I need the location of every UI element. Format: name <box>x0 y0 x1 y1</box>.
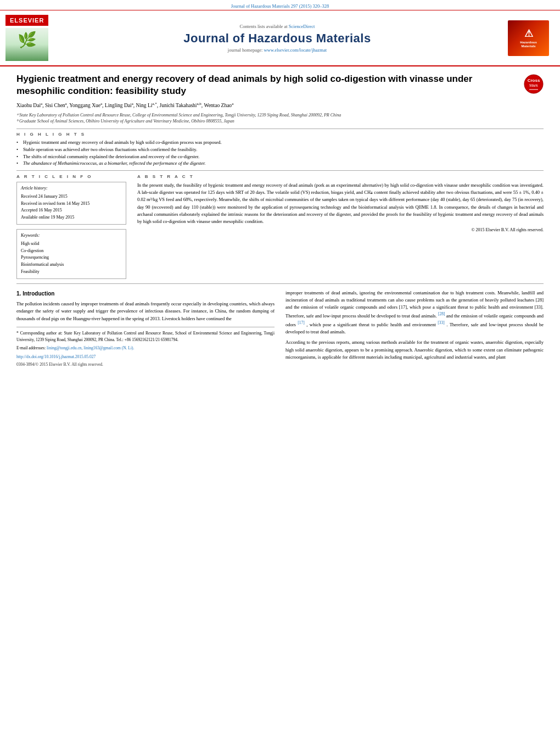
intro-title: Introduction <box>23 291 54 297</box>
intro-para1: The pollution incidents caused by improp… <box>16 300 275 322</box>
header-center: Contents lists available at ScienceDirec… <box>60 24 494 53</box>
highlights-label: H I G H L I G H T S <box>16 129 544 137</box>
journal-homepage-line: journal homepage: www.elsevier.com/locat… <box>60 47 494 53</box>
ref-28: [28] <box>438 311 445 316</box>
svg-text:Mark: Mark <box>529 83 538 87</box>
main-content: Hygienic treatment and energy recovery o… <box>0 66 560 373</box>
ref-33: [33] <box>438 320 445 325</box>
intro-para2: improper treatments of dead animals, ign… <box>285 289 544 336</box>
journal-citation: Journal of Hazardous Materials 297 (2015… <box>231 3 329 9</box>
intro-para3: According to the previous reports, among… <box>285 339 544 361</box>
keywords-label: Keywords: <box>21 232 122 239</box>
contents-text: Contents lists available at <box>240 24 288 29</box>
author-5: Ning Lia,*, <box>136 103 159 108</box>
article-title-section: Hygienic treatment and energy recovery o… <box>16 73 544 97</box>
homepage-label: journal homepage: <box>228 47 263 53</box>
intro-heading: 1. Introduction <box>16 289 275 298</box>
highlight-item-4: The abundance of Methanimicrococcus, as … <box>16 160 544 167</box>
keyword-1: High solid <box>21 241 122 248</box>
affil-b: ᵇ Graduate School of Animal Sciences, Ob… <box>16 118 544 124</box>
highlight-item-3: The shifts of microbial community explai… <box>16 153 544 160</box>
article-info-abstract-section: A R T I C L E I N F O Article history: R… <box>16 174 544 284</box>
header-left: ELSEVIER <box>5 15 55 61</box>
copyright-footer: 0304-3894/© 2015 Elsevier B.V. All right… <box>16 361 275 368</box>
article-info-column: A R T I C L E I N F O Article history: R… <box>16 174 126 279</box>
abstract-column: A B S T R A C T In the present study, th… <box>137 174 544 279</box>
highlight-italic: The abundance of Methanimicrococcus, as … <box>23 160 205 166</box>
elsevier-tree-image <box>5 28 48 61</box>
keyword-5: Feasibility <box>21 269 122 276</box>
author-1: Xiaohu Daia, <box>16 103 44 108</box>
revised-date: Received in revised form 14 May 2015 <box>21 200 122 208</box>
authors-line: Xiaohu Daia, Sisi Chena, Yonggang Xuea, … <box>16 102 544 109</box>
footnote-area: * Corresponding author at: State Key Lab… <box>16 327 275 368</box>
received-date: Received 24 January 2015 <box>21 193 122 200</box>
header-right: ⚠ HazardousMaterials <box>500 20 549 56</box>
affil-a: ᵃ State Key Laboratory of Pollution Cont… <box>16 112 544 118</box>
article-title: Hygienic treatment and energy recovery o… <box>16 73 518 97</box>
journal-title: Journal of Hazardous Materials <box>60 31 494 46</box>
keyword-2: Co-digestion <box>21 248 122 255</box>
email-label: E-mail addresses: <box>16 345 46 350</box>
contents-line: Contents lists available at ScienceDirec… <box>60 24 494 29</box>
article-info-title: A R T I C L E I N F O <box>16 174 126 179</box>
email-line: E-mail addresses: lining@tongji.edu.cn, … <box>16 345 275 352</box>
journal-header: ELSEVIER Contents lists available at Sci… <box>0 10 560 66</box>
homepage-url[interactable]: www.elsevier.com/locate/jhazmat <box>264 47 327 53</box>
crossmark-badge: Cross Mark <box>524 74 544 94</box>
sciencedirect-link[interactable]: ScienceDirect <box>289 24 315 29</box>
author-7: Wentao Zhaoa <box>204 103 233 108</box>
keywords-box: Keywords: High solid Co-digestion Pyrose… <box>16 229 126 279</box>
ref-17: [17] <box>298 320 305 325</box>
hazardous-logo-text: HazardousMaterials <box>520 41 537 48</box>
keyword-4: Bioinformatical analysis <box>21 261 122 269</box>
author-2: Sisi Chena, <box>45 103 68 108</box>
body-text-section: 1. Introduction The pollution incidents … <box>16 289 544 368</box>
accepted-date: Accepted 16 May 2015 <box>21 207 122 214</box>
journal-citation-bar: Journal of Hazardous Materials 297 (2015… <box>0 0 560 10</box>
body-col-left: 1. Introduction The pollution incidents … <box>16 289 275 368</box>
doi-line[interactable]: http://dx.doi.org/10.1016/j.jhazmat.2015… <box>16 354 275 360</box>
elsevier-logo: ELSEVIER <box>5 15 48 26</box>
author-3: Yonggang Xuea, <box>69 103 103 108</box>
affiliations: ᵃ State Key Laboratory of Pollution Cont… <box>16 112 544 124</box>
hazardous-icon: ⚠ <box>524 27 533 40</box>
article-info-box: Article history: Received 24 January 201… <box>16 182 126 225</box>
abstract-text: In the present study, the feasibility of… <box>137 182 544 225</box>
abstract-copyright: © 2015 Elsevier B.V. All rights reserved… <box>137 227 544 232</box>
svg-text:Cross: Cross <box>528 78 540 83</box>
corresponding-author-note: * Corresponding author at: State Key Lab… <box>16 330 275 343</box>
author-4: Lingling Daia, <box>105 103 135 108</box>
intro-num: 1. <box>16 291 21 297</box>
keyword-3: Pyrosequencing <box>21 254 122 261</box>
highlight-item-2: Stable operation was achieved after two … <box>16 146 544 153</box>
journal-logo-box: ⚠ HazardousMaterials <box>508 20 549 56</box>
author-6: Junichi Takahashia,b, <box>159 103 203 108</box>
email-addresses[interactable]: lining@tongji.edu.cn, lining163@gmail.co… <box>47 345 134 350</box>
body-col-right: improper treatments of dead animals, ign… <box>285 289 544 368</box>
highlight-item-1: Hygienic treatment and energy recovery o… <box>16 139 544 146</box>
article-history-label: Article history: <box>21 185 122 192</box>
online-date: Available online 19 May 2015 <box>21 214 122 221</box>
highlights-list: Hygienic treatment and energy recovery o… <box>16 139 544 171</box>
abstract-title: A B S T R A C T <box>137 174 544 179</box>
page: Journal of Hazardous Materials 297 (2015… <box>0 0 560 742</box>
